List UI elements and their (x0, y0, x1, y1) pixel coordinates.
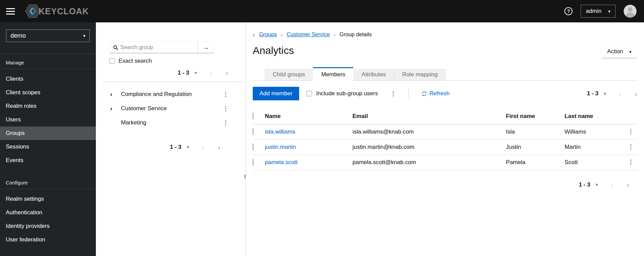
group-tree: › Compliance and Regulation ⋮ › Customer… (109, 87, 246, 130)
help-icon[interactable]: ? (564, 7, 573, 15)
column-header-first-name: First name (506, 109, 564, 124)
search-submit-button[interactable]: → (198, 42, 213, 53)
pagination-next-icon[interactable]: › (627, 181, 629, 188)
sidebar-item-users[interactable]: Users (0, 113, 96, 126)
sidebar-item-client-scopes[interactable]: Client scopes (0, 86, 96, 99)
sidebar-item-realm-roles[interactable]: Realm roles (0, 99, 96, 113)
pagination-prev-icon[interactable]: ‹ (611, 181, 613, 188)
caret-down-icon: ▾ (608, 9, 610, 14)
avatar[interactable] (624, 5, 637, 18)
member-row: pamela.scott pamela.scott@knab.com Pamel… (253, 155, 637, 170)
tree-item-marketing[interactable]: Marketing ⋮ (109, 116, 246, 130)
tree-item-label: Marketing (121, 119, 146, 126)
tab-attributes[interactable]: Attributes (353, 69, 394, 80)
refresh-label: Refresh (430, 90, 450, 97)
kebab-menu-icon[interactable]: ⋮ (223, 91, 229, 97)
sidebar-item-authentication[interactable]: Authentication (0, 206, 96, 219)
include-subgroup-label: Include sub-group users (316, 90, 378, 97)
include-subgroup-checkbox[interactable] (307, 91, 312, 96)
row-checkbox[interactable] (253, 128, 253, 135)
sidebar-item-sessions[interactable]: Sessions (0, 140, 96, 154)
pagination-range: 1 - 3 (178, 70, 189, 76)
sidebar-item-events[interactable]: Events (0, 154, 96, 167)
panel-splitter[interactable]: ‖ (246, 22, 246, 256)
caret-down-icon[interactable]: ▾ (187, 145, 189, 149)
refresh-button[interactable]: Refresh (422, 90, 450, 97)
drag-handle-icon[interactable]: ‖ (244, 174, 246, 179)
pagination-next-icon[interactable]: › (635, 90, 637, 97)
select-all-checkbox[interactable] (253, 113, 253, 120)
toolbar-kebab-icon[interactable]: ⋮ (390, 91, 396, 97)
member-name-link[interactable]: isla.williams (265, 129, 295, 135)
caret-down-icon[interactable]: ▾ (194, 71, 197, 75)
tree-item-customer-service[interactable]: › Customer Service ⋮ (109, 101, 246, 116)
member-first-name: Pamela (506, 155, 564, 170)
exact-search-checkbox[interactable] (109, 58, 115, 64)
pagination-range: 1 - 3 (579, 181, 590, 188)
pagination-prev-icon[interactable]: ‹ (210, 69, 212, 76)
group-details-panel: ‹ Groups › Customer Service › Group deta… (246, 22, 644, 256)
member-name-link[interactable]: justin.martin (265, 144, 296, 150)
tab-bar: Child groups Members Attributes Role map… (253, 67, 637, 81)
sidebar-item-user-federation[interactable]: User federation (0, 233, 96, 247)
kebab-menu-icon[interactable]: ⋮ (223, 120, 229, 126)
caret-down-icon: ▾ (83, 34, 85, 38)
kebab-menu-icon[interactable]: ⋮ (223, 105, 229, 112)
nav-section-manage: Manage (0, 54, 96, 69)
tab-role-mapping[interactable]: Role mapping (394, 69, 446, 80)
caret-down-icon: ▾ (629, 50, 631, 54)
exact-search-label: Exact search (119, 58, 152, 64)
expand-chevron-icon[interactable]: › (110, 105, 121, 112)
sidebar-item-clients[interactable]: Clients (0, 72, 96, 86)
member-name-link[interactable]: pamela.scott (265, 159, 297, 165)
breadcrumb-separator-icon: › (281, 32, 283, 38)
member-email: pamela.scott@knab.com (353, 155, 506, 170)
breadcrumb-link-groups[interactable]: Groups (259, 32, 277, 38)
pagination-prev-icon[interactable]: ‹ (619, 90, 621, 97)
pagination-prev-icon[interactable]: ‹ (202, 143, 204, 151)
member-email: isla.williams@knab.com (353, 124, 506, 140)
pagination-range: 1 - 3 (587, 90, 598, 97)
sidebar-item-realm-settings[interactable]: Realm settings (0, 192, 96, 206)
tree-item-label: Customer Service (121, 105, 167, 112)
nav-section-configure: Configure (0, 174, 96, 189)
group-search: → (109, 42, 214, 53)
tree-item-compliance-and-regulation[interactable]: › Compliance and Regulation ⋮ (109, 87, 246, 101)
member-email: justin.martin@knab.com (353, 140, 506, 155)
nav-toggle-icon[interactable] (6, 8, 15, 15)
keycloak-logo: KEYCLOAK (25, 4, 89, 18)
tree-divider (104, 82, 246, 82)
row-kebab-icon[interactable]: ⋮ (628, 128, 634, 135)
realm-selector[interactable]: demo ▾ (6, 29, 90, 42)
user-menu-toggle[interactable]: admin ▾ (581, 5, 616, 18)
member-last-name: Scott (565, 155, 626, 170)
member-last-name: Martin (565, 140, 626, 155)
member-last-name: Williams (565, 124, 626, 140)
tab-members[interactable]: Members (313, 67, 353, 81)
caret-down-icon[interactable]: ▾ (604, 92, 606, 96)
row-kebab-icon[interactable]: ⋮ (628, 143, 634, 150)
pagination-next-icon[interactable]: › (226, 69, 228, 76)
group-search-input[interactable] (118, 44, 198, 51)
breadcrumb-link-customer-service[interactable]: Customer Service (287, 32, 330, 38)
sidebar-item-identity-providers[interactable]: Identity providers (0, 219, 96, 233)
row-checkbox[interactable] (253, 159, 253, 166)
pagination-next-icon[interactable]: › (218, 143, 220, 151)
breadcrumb-back-icon[interactable]: ‹ (253, 31, 255, 38)
row-checkbox[interactable] (253, 143, 253, 151)
masthead: KEYCLOAK ? admin ▾ (0, 0, 644, 22)
caret-down-icon[interactable]: ▾ (596, 182, 598, 187)
search-icon (113, 45, 118, 50)
expand-chevron-icon[interactable]: › (110, 91, 121, 98)
column-header-name: Name (265, 109, 352, 124)
sidebar-item-groups[interactable]: Groups (0, 126, 96, 140)
add-member-button[interactable]: Add member (253, 87, 299, 100)
tree-pagination-top: 1 - 3 ▾ ‹ › (109, 69, 246, 76)
row-kebab-icon[interactable]: ⋮ (628, 159, 634, 165)
tab-child-groups[interactable]: Child groups (265, 69, 313, 80)
keycloak-logo-text: KEYCLOAK (39, 6, 89, 16)
members-pagination-bottom: 1 - 3 ▾ ‹ › (253, 181, 637, 188)
action-dropdown[interactable]: Action ▾ (601, 45, 637, 58)
tree-pagination-bottom: 1 - 3 ▾ ‹ › (109, 143, 246, 151)
pagination-range: 1 - 3 (170, 144, 181, 151)
